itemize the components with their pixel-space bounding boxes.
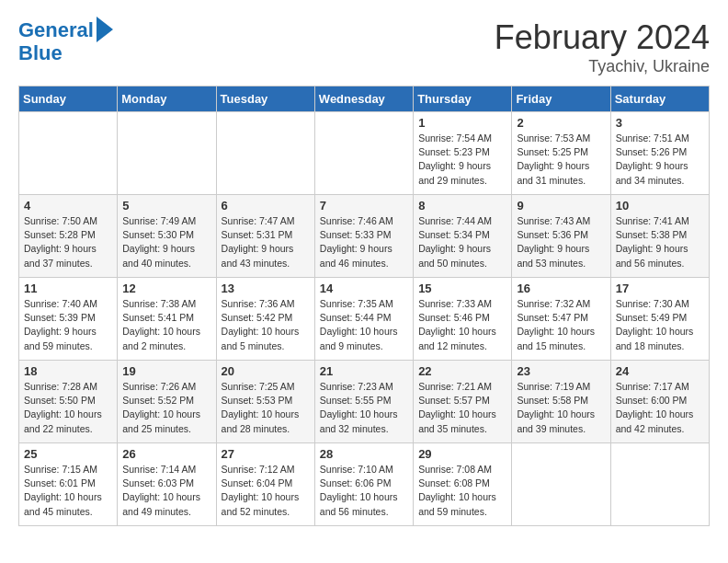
calendar-cell: 9Sunrise: 7:43 AMSunset: 5:36 PMDaylight…	[512, 195, 610, 278]
day-number: 9	[517, 199, 605, 213]
title-block: February 2024 Tyachiv, Ukraine	[495, 18, 710, 76]
day-number: 22	[418, 364, 506, 378]
day-info: Sunrise: 7:43 AMSunset: 5:36 PMDaylight:…	[517, 214, 605, 270]
calendar-cell: 19Sunrise: 7:26 AMSunset: 5:52 PMDayligh…	[118, 361, 216, 443]
day-number: 14	[320, 282, 408, 295]
day-info: Sunrise: 7:54 AMSunset: 5:23 PMDaylight:…	[418, 132, 506, 188]
calendar-header-saturday: Saturday	[610, 86, 709, 112]
day-info: Sunrise: 7:40 AMSunset: 5:39 PMDaylight:…	[24, 297, 112, 353]
calendar-week-row: 11Sunrise: 7:40 AMSunset: 5:39 PMDayligh…	[19, 278, 710, 361]
calendar-cell: 18Sunrise: 7:28 AMSunset: 5:50 PMDayligh…	[19, 361, 118, 443]
calendar-table: SundayMondayTuesdayWednesdayThursdayFrid…	[18, 86, 710, 526]
calendar-header-wednesday: Wednesday	[314, 86, 413, 112]
day-number: 8	[418, 199, 506, 213]
day-info: Sunrise: 7:17 AMSunset: 6:00 PMDaylight:…	[616, 380, 704, 436]
day-number: 25	[24, 447, 112, 461]
day-info: Sunrise: 7:08 AMSunset: 6:08 PMDaylight:…	[418, 463, 506, 519]
day-info: Sunrise: 7:30 AMSunset: 5:49 PMDaylight:…	[616, 297, 704, 353]
calendar-cell: 5Sunrise: 7:49 AMSunset: 5:30 PMDaylight…	[118, 195, 216, 278]
page-subtitle: Tyachiv, Ukraine	[495, 57, 710, 76]
calendar-header-friday: Friday	[512, 86, 610, 112]
day-info: Sunrise: 7:38 AMSunset: 5:41 PMDaylight:…	[122, 297, 210, 353]
calendar-cell	[118, 112, 216, 195]
day-number: 26	[122, 447, 210, 461]
calendar-cell: 21Sunrise: 7:23 AMSunset: 5:55 PMDayligh…	[314, 361, 413, 443]
calendar-week-row: 18Sunrise: 7:28 AMSunset: 5:50 PMDayligh…	[19, 361, 710, 443]
calendar-cell: 25Sunrise: 7:15 AMSunset: 6:01 PMDayligh…	[19, 443, 118, 526]
day-number: 16	[517, 282, 605, 295]
calendar-cell: 28Sunrise: 7:10 AMSunset: 6:06 PMDayligh…	[314, 443, 413, 526]
day-info: Sunrise: 7:41 AMSunset: 5:38 PMDaylight:…	[616, 214, 704, 270]
calendar-header-sunday: Sunday	[19, 86, 118, 112]
day-number: 20	[222, 364, 310, 378]
calendar-cell: 7Sunrise: 7:46 AMSunset: 5:33 PMDaylight…	[314, 195, 413, 278]
day-number: 5	[122, 199, 210, 213]
day-number: 18	[24, 364, 112, 378]
day-number: 12	[122, 282, 210, 295]
calendar-header-row: SundayMondayTuesdayWednesdayThursdayFrid…	[19, 86, 710, 112]
day-number: 21	[320, 364, 408, 378]
day-info: Sunrise: 7:36 AMSunset: 5:42 PMDaylight:…	[222, 297, 310, 353]
day-info: Sunrise: 7:25 AMSunset: 5:53 PMDaylight:…	[222, 380, 310, 436]
day-number: 10	[616, 199, 704, 213]
day-info: Sunrise: 7:23 AMSunset: 5:55 PMDaylight:…	[320, 380, 408, 436]
day-info: Sunrise: 7:15 AMSunset: 6:01 PMDaylight:…	[24, 463, 112, 519]
day-info: Sunrise: 7:21 AMSunset: 5:57 PMDaylight:…	[418, 380, 506, 436]
calendar-week-row: 25Sunrise: 7:15 AMSunset: 6:01 PMDayligh…	[19, 443, 710, 526]
calendar-cell	[610, 443, 709, 526]
day-info: Sunrise: 7:10 AMSunset: 6:06 PMDaylight:…	[320, 463, 408, 519]
day-number: 29	[418, 447, 506, 461]
day-number: 1	[418, 116, 506, 130]
day-info: Sunrise: 7:50 AMSunset: 5:28 PMDaylight:…	[24, 214, 112, 270]
calendar-cell: 10Sunrise: 7:41 AMSunset: 5:38 PMDayligh…	[610, 195, 709, 278]
day-number: 4	[24, 199, 112, 213]
calendar-cell: 13Sunrise: 7:36 AMSunset: 5:42 PMDayligh…	[216, 278, 314, 361]
calendar-cell: 24Sunrise: 7:17 AMSunset: 6:00 PMDayligh…	[610, 361, 709, 443]
calendar-cell: 12Sunrise: 7:38 AMSunset: 5:41 PMDayligh…	[118, 278, 216, 361]
day-info: Sunrise: 7:14 AMSunset: 6:03 PMDaylight:…	[122, 463, 210, 519]
calendar-cell	[512, 443, 610, 526]
day-number: 11	[24, 282, 112, 295]
calendar-cell: 14Sunrise: 7:35 AMSunset: 5:44 PMDayligh…	[314, 278, 413, 361]
calendar-cell: 23Sunrise: 7:19 AMSunset: 5:58 PMDayligh…	[512, 361, 610, 443]
day-info: Sunrise: 7:28 AMSunset: 5:50 PMDaylight:…	[24, 380, 112, 436]
calendar-cell	[216, 112, 314, 195]
day-number: 6	[222, 199, 310, 213]
day-number: 19	[122, 364, 210, 378]
calendar-cell: 22Sunrise: 7:21 AMSunset: 5:57 PMDayligh…	[414, 361, 512, 443]
calendar-cell	[314, 112, 413, 195]
calendar-week-row: 4Sunrise: 7:50 AMSunset: 5:28 PMDaylight…	[19, 195, 710, 278]
calendar-cell: 3Sunrise: 7:51 AMSunset: 5:26 PMDaylight…	[610, 112, 709, 195]
calendar-cell: 1Sunrise: 7:54 AMSunset: 5:23 PMDaylight…	[414, 112, 512, 195]
day-info: Sunrise: 7:19 AMSunset: 5:58 PMDaylight:…	[517, 380, 605, 436]
day-info: Sunrise: 7:33 AMSunset: 5:46 PMDaylight:…	[418, 297, 506, 353]
day-number: 2	[517, 116, 605, 130]
calendar-cell: 26Sunrise: 7:14 AMSunset: 6:03 PMDayligh…	[118, 443, 216, 526]
calendar-header-monday: Monday	[118, 86, 216, 112]
day-info: Sunrise: 7:53 AMSunset: 5:25 PMDaylight:…	[517, 132, 605, 188]
page-header: General Blue February 2024 Tyachiv, Ukra…	[18, 18, 710, 76]
calendar-cell: 29Sunrise: 7:08 AMSunset: 6:08 PMDayligh…	[414, 443, 512, 526]
calendar-cell: 4Sunrise: 7:50 AMSunset: 5:28 PMDaylight…	[19, 195, 118, 278]
day-number: 17	[616, 282, 704, 295]
day-info: Sunrise: 7:46 AMSunset: 5:33 PMDaylight:…	[320, 214, 408, 270]
day-number: 15	[418, 282, 506, 295]
day-number: 13	[222, 282, 310, 295]
calendar-cell: 6Sunrise: 7:47 AMSunset: 5:31 PMDaylight…	[216, 195, 314, 278]
calendar-cell: 2Sunrise: 7:53 AMSunset: 5:25 PMDaylight…	[512, 112, 610, 195]
page-title: February 2024	[495, 18, 710, 57]
calendar-cell: 20Sunrise: 7:25 AMSunset: 5:53 PMDayligh…	[216, 361, 314, 443]
day-info: Sunrise: 7:32 AMSunset: 5:47 PMDaylight:…	[517, 297, 605, 353]
calendar-cell: 27Sunrise: 7:12 AMSunset: 6:04 PMDayligh…	[216, 443, 314, 526]
calendar-header-tuesday: Tuesday	[216, 86, 314, 112]
day-info: Sunrise: 7:44 AMSunset: 5:34 PMDaylight:…	[418, 214, 506, 270]
day-number: 27	[222, 447, 310, 461]
day-number: 3	[616, 116, 704, 130]
logo-blue-text: Blue	[18, 42, 63, 64]
day-info: Sunrise: 7:49 AMSunset: 5:30 PMDaylight:…	[122, 214, 210, 270]
day-number: 7	[320, 199, 408, 213]
day-number: 23	[517, 364, 605, 378]
day-info: Sunrise: 7:35 AMSunset: 5:44 PMDaylight:…	[320, 297, 408, 353]
day-info: Sunrise: 7:47 AMSunset: 5:31 PMDaylight:…	[222, 214, 310, 270]
logo-arrow-icon	[97, 17, 113, 42]
